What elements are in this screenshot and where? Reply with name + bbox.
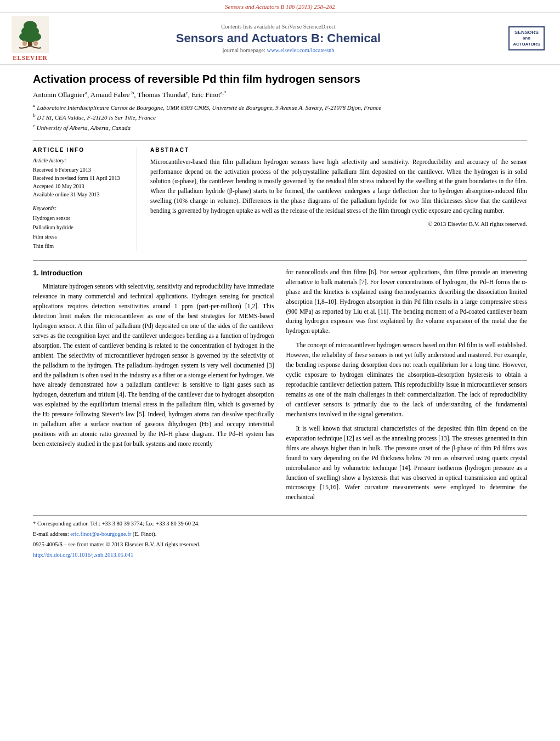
header-center: Contents lists available at SciVerse Sci… (61, 24, 495, 53)
header-main: ELSEVIER Contents lists available at Sci… (0, 12, 560, 65)
history-accepted: Accepted 10 May 2013 (33, 182, 129, 190)
elsevier-text: ELSEVIER (13, 54, 48, 61)
section-divider (33, 140, 527, 140)
affiliation-a: a Laboratoire Interdisciplinaire Carnot … (33, 102, 527, 112)
sciverse-text: Contents lists available at SciVerse Sci… (221, 24, 335, 30)
footnote-doi[interactable]: http://dx.doi.org/10.1016/j.snb.2013.05.… (33, 551, 527, 559)
svg-point-5 (22, 41, 27, 46)
badge-and: and (513, 36, 540, 41)
authors-line: Antonin Ollagniera, Arnaud Fabre b, Thom… (33, 90, 527, 99)
footnote-issn: 0925-4005/$ – see front matter © 2013 El… (33, 540, 527, 549)
journal-homepage: journal homepage: www.elsevier.com/locat… (61, 47, 495, 53)
email-label: E-mail address: (33, 531, 69, 537)
footnotes: * Corresponding author. Tel.: +33 3 80 3… (33, 516, 527, 559)
affiliations: a Laboratoire Interdisciplinaire Carnot … (33, 102, 527, 132)
abstract-column: ABSTRACT Microcantilever-based thin film… (150, 147, 527, 251)
sensors-badge-container: SENSORS and ACTUATORS (502, 26, 551, 50)
article-content: Activation process of reversible Pd thin… (0, 65, 560, 572)
keyword-1: Hydrogen sensor (33, 213, 129, 223)
sensors-actuators-badge: SENSORS and ACTUATORS (508, 26, 544, 50)
article-title: Activation process of reversible Pd thin… (33, 73, 527, 86)
body-divider (33, 261, 527, 261)
abstract-label: ABSTRACT (150, 147, 527, 153)
elsevier-tree-icon (12, 16, 49, 53)
intro-para-2: for nanocolloids and thin films [6]. For… (286, 268, 528, 337)
history-received: Received 6 February 2013 (33, 166, 129, 174)
intro-para-1: Miniature hydrogen sensors with selectiv… (33, 282, 274, 449)
svg-point-4 (24, 21, 37, 31)
intro-para-3: The concept of microcantilever hydrogen … (286, 341, 528, 420)
article-info-label: ARTICLE INFO (33, 147, 129, 153)
affiliation-b: b DT RI, CEA Valduc, F-21120 Is Sur Till… (33, 112, 527, 122)
journal-bar: Sensors and Actuators B 186 (2013) 258–2… (0, 3, 560, 10)
intro-heading: 1. Introduction (33, 268, 274, 279)
doi-link[interactable]: http://dx.doi.org/10.1016/j.snb.2013.05.… (33, 552, 133, 558)
email-person: (E. Finot). (133, 531, 156, 537)
badge-actuators: ACTUATORS (513, 42, 540, 47)
svg-point-6 (33, 41, 38, 46)
body-column-left: 1. Introduction Miniature hydrogen senso… (33, 268, 274, 507)
body-column-right: for nanocolloids and thin films [6]. For… (286, 268, 528, 507)
keyword-4: Thin film (33, 241, 129, 251)
history-online: Available online 31 May 2013 (33, 190, 129, 199)
keyword-2: Palladium hydride (33, 223, 129, 232)
affiliation-c: c University of Alberta, Alberta, Canada (33, 122, 527, 132)
homepage-label: journal homepage: (222, 47, 267, 53)
article-info-column: ARTICLE INFO Article history: Received 6… (33, 147, 137, 251)
abstract-text: Microcantilever-based thin film palladiu… (150, 157, 527, 216)
keywords-label: Keywords: (33, 205, 129, 211)
intro-para-4: It is well known that structural charact… (286, 424, 528, 503)
footnote-star: * Corresponding author. Tel.: +33 3 80 3… (33, 519, 527, 528)
history-revised: Received in revised form 11 April 2013 (33, 174, 129, 182)
homepage-link[interactable]: www.elsevier.com/locate/snb (267, 47, 335, 53)
elsevier-logo: ELSEVIER (5, 16, 55, 61)
journal-citation: Sensors and Actuators B 186 (2013) 258–2… (225, 3, 335, 10)
article-info-abstract: ARTICLE INFO Article history: Received 6… (33, 147, 527, 251)
history-label: Article history: (33, 157, 129, 163)
journal-title: Sensors and Actuators B: Chemical (61, 31, 495, 46)
sciverse-link[interactable]: Contents lists available at SciVerse Sci… (61, 24, 495, 30)
body-content: 1. Introduction Miniature hydrogen senso… (33, 268, 527, 507)
badge-sensors: SENSORS (514, 30, 539, 35)
email-link[interactable]: eric.finot@u-bourgogne.fr (70, 531, 131, 537)
journal-header: Sensors and Actuators B 186 (2013) 258–2… (0, 0, 560, 65)
keyword-3: Film stress (33, 232, 129, 241)
footnote-email: E-mail address: eric.finot@u-bourgogne.f… (33, 530, 527, 539)
copyright: © 2013 Elsevier B.V. All rights reserved… (150, 220, 527, 227)
